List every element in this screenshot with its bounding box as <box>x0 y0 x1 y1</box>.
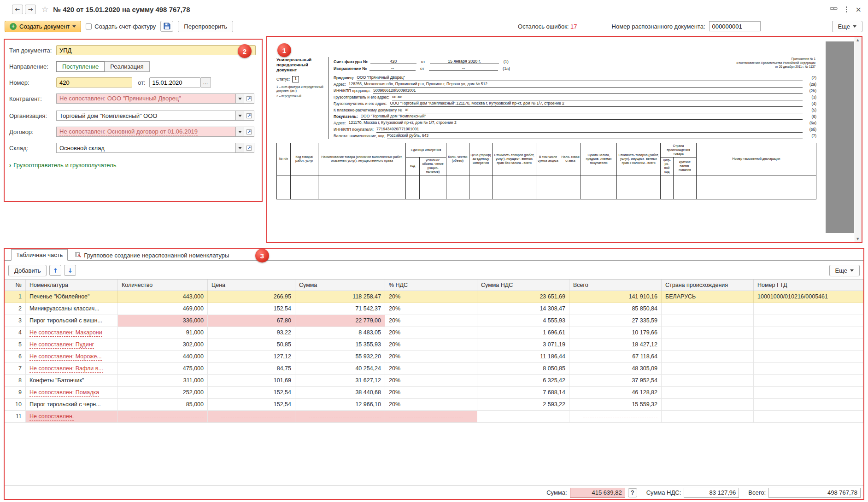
table-row[interactable]: 8Конфеты "Батончик"311,000101,6931 627,1… <box>5 375 863 387</box>
table-row[interactable]: 6Не сопоставлен: Мороже...440,000127,125… <box>5 351 863 363</box>
counterparty-dropdown-button[interactable] <box>236 93 244 104</box>
recognized-doc-number-input[interactable] <box>709 21 761 31</box>
cell-sum[interactable] <box>295 411 385 423</box>
cell-vat_sum[interactable]: 1 696,61 <box>477 327 569 339</box>
cell-name[interactable]: Не сопоставлен: Помадка <box>26 387 118 399</box>
cell-name[interactable]: Печенье "Юбилейное" <box>26 291 118 303</box>
cell-gtd[interactable] <box>754 315 863 327</box>
cell-vat[interactable]: 20% <box>385 315 477 327</box>
contract-open-button[interactable] <box>244 127 254 137</box>
cell-num[interactable]: 1 <box>5 291 26 303</box>
direction-outgoing-button[interactable]: Реализация <box>105 61 149 72</box>
cell-qty[interactable]: 440,000 <box>118 351 208 363</box>
cell-vat_sum[interactable]: 6 325,42 <box>477 375 569 387</box>
back-button[interactable]: ← <box>12 5 23 14</box>
cell-name[interactable]: Пирог тирольский с вишн... <box>26 315 118 327</box>
move-up-button[interactable]: ↑ <box>49 265 61 276</box>
cell-sum[interactable]: 31 627,12 <box>295 375 385 387</box>
cell-sum[interactable]: 8 483,05 <box>295 327 385 339</box>
cell-price[interactable] <box>208 411 295 423</box>
cell-num[interactable]: 2 <box>5 303 26 315</box>
table-row[interactable]: 10Пирог тирольский с черн...85,000152,54… <box>5 399 863 411</box>
cell-gtd[interactable] <box>754 327 863 339</box>
cell-qty[interactable]: 311,000 <box>118 375 208 387</box>
cell-qty[interactable]: 469,000 <box>118 303 208 315</box>
table-row[interactable]: 9Не сопоставлен: Помадка252,000152,5438 … <box>5 387 863 399</box>
cell-gtd[interactable] <box>754 375 863 387</box>
cell-gtd[interactable] <box>754 363 863 375</box>
total-field[interactable]: 498 767,78 <box>768 488 861 498</box>
cell-sum[interactable]: 118 258,47 <box>295 291 385 303</box>
doc-type-input[interactable] <box>56 45 256 55</box>
cell-vat_sum[interactable]: 3 071,19 <box>477 339 569 351</box>
cell-country[interactable] <box>662 339 754 351</box>
cell-vat[interactable]: 20% <box>385 291 477 303</box>
cell-gtd[interactable] <box>754 339 863 351</box>
cell-gtd[interactable] <box>754 387 863 399</box>
col-header-sum[interactable]: Сумма <box>295 280 385 291</box>
cell-vat[interactable]: 20% <box>385 375 477 387</box>
cell-num[interactable]: 10 <box>5 399 26 411</box>
vat-sum-field[interactable]: 83 127,96 <box>684 488 739 498</box>
cell-country[interactable] <box>662 363 754 375</box>
cell-sum[interactable]: 22 779,00 <box>295 315 385 327</box>
cell-name[interactable]: Не сопоставлен: Мороже... <box>26 351 118 363</box>
scroll-down-icon[interactable]: ▼ <box>856 237 859 241</box>
tab-group-create[interactable]: Групповое создание нераспознанной номенк… <box>70 250 234 261</box>
cell-qty[interactable] <box>118 411 208 423</box>
tab-tabular-part[interactable]: Табличная часть <box>11 249 68 261</box>
cell-vat_sum[interactable]: 8 050,85 <box>477 363 569 375</box>
cell-num[interactable]: 3 <box>5 315 26 327</box>
grid-more-button[interactable]: Еще <box>829 265 860 276</box>
create-invoice-checkbox[interactable]: Создать счет-фактуру <box>86 23 156 30</box>
cell-vat[interactable] <box>385 411 477 423</box>
col-header-vat-percent[interactable]: % НДС <box>385 280 477 291</box>
cell-num[interactable]: 8 <box>5 375 26 387</box>
cell-qty[interactable]: 91,000 <box>118 327 208 339</box>
cell-vat_sum[interactable]: 4 555,93 <box>477 315 569 327</box>
cell-sum[interactable]: 71 542,37 <box>295 303 385 315</box>
cell-price[interactable]: 67,80 <box>208 315 295 327</box>
cell-total[interactable]: 37 952,54 <box>569 375 662 387</box>
cell-num[interactable]: 11 <box>5 411 26 423</box>
cell-vat[interactable]: 20% <box>385 327 477 339</box>
col-header-gtd[interactable]: Номер ГТД <box>754 280 863 291</box>
cell-gtd[interactable] <box>754 399 863 411</box>
table-row[interactable]: 3Пирог тирольский с вишн...336,00067,802… <box>5 315 863 327</box>
organization-field[interactable]: Торговый дом "Комплексный" ООО <box>56 111 236 121</box>
cell-gtd[interactable] <box>754 411 863 423</box>
table-row[interactable]: 7Не сопоставлен: Вафли в...475,00084,754… <box>5 363 863 375</box>
add-row-button[interactable]: Добавить <box>8 265 47 276</box>
cell-price[interactable]: 93,22 <box>208 327 295 339</box>
warehouse-open-button[interactable] <box>244 143 254 153</box>
cell-vat_sum[interactable]: 23 651,69 <box>477 291 569 303</box>
cell-country[interactable] <box>662 399 754 411</box>
cell-total[interactable]: 27 335,59 <box>569 315 662 327</box>
table-row[interactable]: 2Миникруассаны классич...469,000152,5471… <box>5 303 863 315</box>
cell-price[interactable]: 50,85 <box>208 339 295 351</box>
number-input[interactable] <box>56 77 132 88</box>
cell-vat[interactable]: 20% <box>385 387 477 399</box>
date-input[interactable] <box>149 77 201 88</box>
contract-dropdown-button[interactable] <box>236 127 244 137</box>
cell-gtd[interactable] <box>754 303 863 315</box>
cell-sum[interactable]: 12 966,10 <box>295 399 385 411</box>
cell-total[interactable]: 141 910,16 <box>569 291 662 303</box>
close-icon[interactable]: × <box>856 5 862 14</box>
cell-vat[interactable]: 20% <box>385 399 477 411</box>
cell-country[interactable]: БЕЛАРУСЬ <box>662 291 754 303</box>
cell-price[interactable]: 84,75 <box>208 363 295 375</box>
cell-country[interactable] <box>662 315 754 327</box>
move-down-button[interactable]: ↓ <box>64 265 76 276</box>
cell-vat_sum[interactable]: 7 688,14 <box>477 387 569 399</box>
recheck-button[interactable]: Перепроверить <box>178 21 233 32</box>
cell-vat_sum[interactable]: 11 186,44 <box>477 351 569 363</box>
organization-dropdown-button[interactable] <box>236 111 244 121</box>
cell-name[interactable]: Не сопоставлен: Вафли в... <box>26 363 118 375</box>
sum-field[interactable]: 415 639,82 <box>570 488 625 498</box>
cell-country[interactable] <box>662 411 754 423</box>
col-header-price[interactable]: Цена <box>208 280 295 291</box>
warehouse-field[interactable]: Основной склад <box>56 143 236 153</box>
cell-name[interactable]: Не сопоставлен. <box>26 411 118 423</box>
organization-open-button[interactable] <box>244 111 254 121</box>
